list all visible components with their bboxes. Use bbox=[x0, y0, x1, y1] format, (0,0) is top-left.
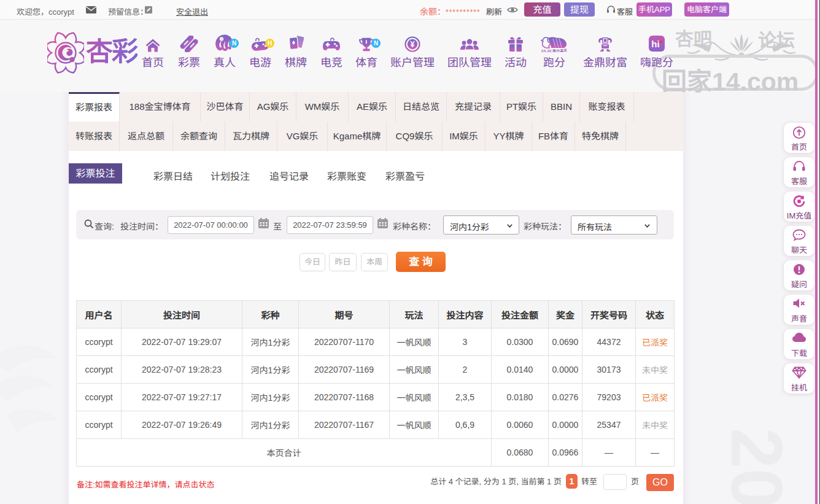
svg-text:hi: hi bbox=[651, 39, 659, 49]
svg-text:ZA.1E 跑分高手: ZA.1E 跑分高手 bbox=[541, 48, 568, 53]
